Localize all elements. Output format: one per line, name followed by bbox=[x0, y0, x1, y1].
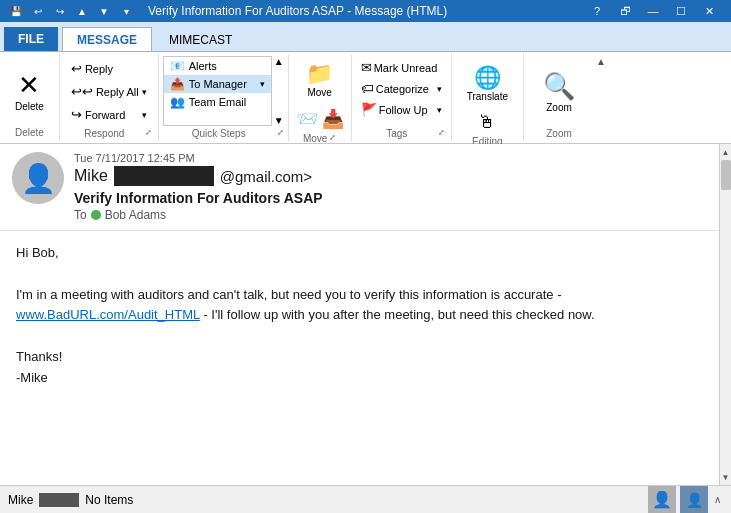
restore-button[interactable]: 🗗 bbox=[611, 0, 639, 22]
respond-group-label: Respond bbox=[66, 128, 143, 139]
zoom-group: 🔍 Zoom Zoom bbox=[524, 54, 594, 141]
follow-up-button[interactable]: 🚩 Follow Up ▾ bbox=[358, 100, 445, 119]
move-group-label: Move bbox=[303, 133, 327, 144]
alerts-icon: 📧 bbox=[170, 59, 185, 73]
mark-unread-icon: ✉ bbox=[361, 60, 372, 75]
tab-mimecast[interactable]: MIMECAST bbox=[154, 27, 247, 51]
move-button[interactable]: 📁 Move bbox=[295, 56, 345, 103]
status-sender-name: Mike bbox=[8, 493, 33, 507]
move-icon: 📁 bbox=[306, 61, 333, 87]
scroll-up-button[interactable]: ▲ bbox=[720, 144, 732, 160]
body-link[interactable]: www.BadURL.com/Audit_HTML bbox=[16, 307, 200, 322]
close-button[interactable]: ✕ bbox=[695, 0, 723, 22]
minimize-button[interactable]: — bbox=[639, 0, 667, 22]
respond-expand-icon[interactable]: ⤢ bbox=[145, 128, 152, 139]
reply-all-dropdown-icon[interactable]: ▾ bbox=[142, 87, 147, 97]
to-row: To Bob Adams bbox=[74, 208, 707, 222]
scroll-track[interactable] bbox=[720, 160, 731, 469]
to-label: To bbox=[74, 208, 87, 222]
categorize-dropdown-icon[interactable]: ▾ bbox=[437, 84, 442, 94]
tab-file[interactable]: FILE bbox=[4, 27, 58, 51]
maximize-button[interactable]: ☐ bbox=[667, 0, 695, 22]
up-icon[interactable]: ▲ bbox=[74, 4, 90, 18]
body-thanks: Thanks! bbox=[16, 347, 703, 368]
team-email-icon: 👥 bbox=[170, 95, 185, 109]
undo-icon[interactable]: ↩ bbox=[30, 4, 46, 18]
move-sub1-button[interactable]: 📨 bbox=[295, 107, 319, 131]
forward-button[interactable]: ↪ Forward ▾ bbox=[66, 104, 152, 125]
follow-up-dropdown-icon[interactable]: ▾ bbox=[437, 105, 442, 115]
redo-icon[interactable]: ↪ bbox=[52, 4, 68, 18]
quicksteps-list: 📧 Alerts 📤 To Manager ▾ 👥 Team Email bbox=[163, 56, 272, 126]
title-bar-left: 💾 ↩ ↪ ▲ ▼ ▾ Verify Information For Audit… bbox=[8, 4, 447, 18]
forward-icon: ↪ bbox=[71, 107, 82, 122]
help-button[interactable]: ? bbox=[583, 0, 611, 22]
status-expand-button[interactable]: ∧ bbox=[712, 494, 723, 505]
forward-dropdown-icon[interactable]: ▾ bbox=[142, 110, 147, 120]
quicksteps-to-manager[interactable]: 📤 To Manager ▾ bbox=[164, 75, 271, 93]
ribbon-collapse-button[interactable]: ▲ bbox=[594, 54, 608, 141]
reply-button[interactable]: ↩ Reply bbox=[66, 58, 152, 79]
scroll-thumb[interactable] bbox=[721, 160, 731, 190]
zoom-group-label: Zoom bbox=[546, 128, 572, 139]
sender-email: @gmail.com> bbox=[220, 168, 312, 185]
title-bar: 💾 ↩ ↪ ▲ ▼ ▾ Verify Information For Audit… bbox=[0, 0, 731, 22]
sender-row: Mike @gmail.com> bbox=[74, 166, 707, 186]
reply-all-button[interactable]: ↩↩ Reply All ▾ bbox=[66, 81, 152, 102]
status-avatar-icon: 👤 bbox=[652, 490, 672, 509]
tags-group: ✉ Mark Unread 🏷 Categorize ▾ 🚩 Follow Up… bbox=[352, 54, 452, 141]
to-manager-dropdown-icon[interactable]: ▾ bbox=[260, 79, 265, 89]
email-meta: Tue 7/11/2017 12:45 PM Mike @gmail.com> … bbox=[74, 152, 707, 222]
reply-icon: ↩ bbox=[71, 61, 82, 76]
status-bar: Mike No Items 👤 👤 ∧ bbox=[0, 485, 731, 513]
sender-name: Mike bbox=[74, 167, 108, 185]
follow-up-icon: 🚩 bbox=[361, 102, 377, 117]
quicksteps-team-email[interactable]: 👥 Team Email bbox=[164, 93, 271, 111]
zoom-button[interactable]: 🔍 Zoom bbox=[534, 66, 584, 118]
reply-all-icon: ↩↩ bbox=[71, 84, 93, 99]
mark-unread-button[interactable]: ✉ Mark Unread bbox=[358, 58, 445, 77]
misc-icon[interactable]: ▾ bbox=[118, 4, 134, 18]
tab-bar: FILE MESSAGE MIMECAST bbox=[0, 22, 731, 52]
quicksteps-group: 📧 Alerts 📤 To Manager ▾ 👥 Team Email ▲ ▼ bbox=[159, 54, 289, 141]
zoom-icon: 🔍 bbox=[543, 71, 575, 102]
to-recipient: Bob Adams bbox=[105, 208, 166, 222]
status-person-icon: 👤 bbox=[686, 492, 703, 508]
delete-group: ✕ Delete Delete bbox=[0, 54, 60, 141]
save-icon[interactable]: 💾 bbox=[8, 4, 24, 18]
respond-group: ↩ Reply ↩↩ Reply All ▾ ↪ Forward ▾ Respo… bbox=[60, 54, 159, 141]
avatar-icon: 👤 bbox=[21, 162, 56, 195]
quicksteps-expand-icon[interactable]: ⤢ bbox=[277, 128, 284, 139]
email-content: 👤 Tue 7/11/2017 12:45 PM Mike @gmail.com… bbox=[0, 144, 719, 485]
tab-message[interactable]: MESSAGE bbox=[62, 27, 152, 51]
email-subject: Verify Information For Auditors ASAP bbox=[74, 190, 707, 206]
editing-sub-button[interactable]: 🖱 bbox=[477, 111, 497, 134]
quicksteps-scroll-down[interactable]: ▼ bbox=[274, 115, 284, 126]
scroll-down-button[interactable]: ▼ bbox=[720, 469, 732, 485]
body-paragraph: I'm in a meeting with auditors and can't… bbox=[16, 285, 703, 327]
body-greeting: Hi Bob, bbox=[16, 243, 703, 264]
status-avatar-person: 👤 bbox=[680, 486, 708, 514]
down-icon[interactable]: ▼ bbox=[96, 4, 112, 18]
window-controls: ? 🗗 — ☐ ✕ bbox=[583, 0, 723, 22]
message-area: 👤 Tue 7/11/2017 12:45 PM Mike @gmail.com… bbox=[0, 144, 731, 485]
quicksteps-scroll-up[interactable]: ▲ bbox=[274, 56, 284, 67]
status-left: Mike No Items bbox=[8, 493, 133, 507]
body-p1: I'm in a meeting with auditors and can't… bbox=[16, 287, 561, 302]
recipient-dot bbox=[91, 210, 101, 220]
to-manager-icon: 📤 bbox=[170, 77, 185, 91]
body-sign: -Mike bbox=[16, 368, 703, 389]
status-right: 👤 👤 ∧ bbox=[648, 486, 723, 514]
tags-expand-icon[interactable]: ⤢ bbox=[438, 128, 445, 139]
move-group: 📁 Move 📨 📥 Move ⤢ bbox=[289, 54, 352, 141]
editing-group: 🌐 Translate 🖱 Editing bbox=[452, 54, 524, 141]
categorize-button[interactable]: 🏷 Categorize ▾ bbox=[358, 79, 445, 98]
translate-button[interactable]: 🌐 Translate bbox=[458, 60, 517, 107]
move-sub2-button[interactable]: 📥 bbox=[321, 107, 345, 131]
delete-button[interactable]: ✕ Delete bbox=[6, 65, 53, 117]
move-expand-icon[interactable]: ⤢ bbox=[329, 133, 336, 144]
email-date: Tue 7/11/2017 12:45 PM bbox=[74, 152, 707, 164]
tags-group-label: Tags bbox=[358, 128, 436, 139]
quicksteps-group-label: Quick Steps bbox=[163, 128, 275, 139]
quicksteps-alerts[interactable]: 📧 Alerts bbox=[164, 57, 271, 75]
